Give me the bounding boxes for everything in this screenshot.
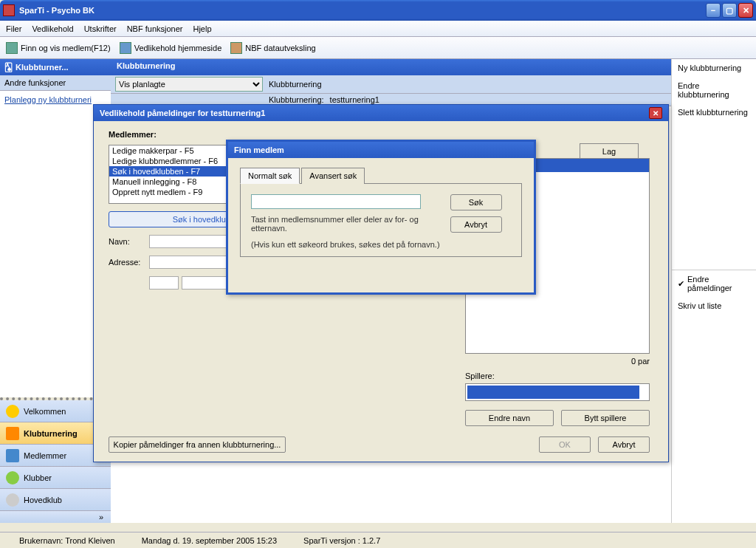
turnering-label: Klubbturnering: xyxy=(269,95,324,104)
nav-hovedklub[interactable]: Hovedklub xyxy=(0,489,111,511)
turnering-value: testturnering1 xyxy=(330,95,379,104)
sidebar-subheader: Andre funksjoner xyxy=(0,75,111,91)
list-item[interactable]: Ledige klubbmedlemmer - F6 xyxy=(109,156,226,166)
action-skriv-ut[interactable]: Skriv ut liste xyxy=(672,297,756,315)
right-panel-lower: ✔Endre påmeldinger Skriv ut liste xyxy=(671,270,756,517)
list-item[interactable]: Manuell innlegging - F8 xyxy=(109,177,226,187)
list-icon xyxy=(6,449,19,462)
center-header: Klubbturnering xyxy=(111,59,671,75)
dialog1-close-button[interactable]: ✕ xyxy=(649,107,662,119)
navn-label: Navn: xyxy=(109,237,149,246)
list-item[interactable]: Ledige makkerpar - F5 xyxy=(109,145,226,156)
bytt-spillere-button[interactable]: Bytt spillere xyxy=(561,410,650,426)
list-item[interactable]: Opprett nytt medlem - F9 xyxy=(109,187,226,197)
check-icon: ✔ xyxy=(678,279,684,289)
maximize-button[interactable]: ▢ xyxy=(722,3,737,18)
menu-vedlikehold[interactable]: Vedlikehold xyxy=(32,24,73,33)
tab-normalt-sok[interactable]: Normalt søk xyxy=(240,168,300,184)
cards-icon xyxy=(6,427,19,440)
list-item[interactable]: Søk i hovedklubben - F7 xyxy=(109,166,226,177)
tab-avansert-sok[interactable]: Avansert søk xyxy=(301,168,365,184)
minimize-button[interactable]: − xyxy=(706,3,721,18)
medlemmer-label: Medlemmer: xyxy=(109,130,653,139)
menubar: Filer Vedlikehold Utskrifter NBF funksjo… xyxy=(0,21,756,37)
action-slett-klubbturnering[interactable]: Slett klubbturnering xyxy=(672,103,756,121)
dialog2-titlebar: Finn medlem xyxy=(228,142,534,158)
toolbar-vedlikehold[interactable]: Vedlikehold hjemmeside xyxy=(120,42,222,54)
menu-hjelp[interactable]: Hjelp xyxy=(193,24,211,33)
nav-klubber[interactable]: Klubber xyxy=(0,467,111,489)
toolbar-finn-medlem[interactable]: Finn og vis medlem(F12) xyxy=(6,42,111,54)
spillere-label: Spillere: xyxy=(465,371,650,380)
close-button[interactable]: ✕ xyxy=(738,3,753,18)
endre-navn-button[interactable]: Endre navn xyxy=(465,410,554,426)
dialog-finn-medlem: Finn medlem Normalt søk Avansert søk Tas… xyxy=(226,140,536,295)
vis-dropdown[interactable]: Vis planlagte xyxy=(115,77,263,92)
window-titlebar: SparTi - Psycho BK − ▢ ✕ xyxy=(0,0,756,21)
spillere-box[interactable] xyxy=(465,383,650,401)
statusbar: Brukernavn: Trond Kleiven Mandag d. 19. … xyxy=(0,532,756,548)
avbryt-button[interactable]: Avbryt xyxy=(598,436,650,453)
search-hint1: Tast inn medlemsnummer eller deler av fo… xyxy=(251,215,421,233)
center-label: Klubbturnering xyxy=(269,80,322,89)
ok-button[interactable]: OK xyxy=(539,436,591,453)
postal-input[interactable] xyxy=(149,276,179,290)
menu-utskrifter[interactable]: Utskrifter xyxy=(84,24,117,33)
dialog1-titlebar: Vedlikehold påmeldinger for testturnerin… xyxy=(94,105,668,121)
sok-button[interactable]: Søk xyxy=(450,194,502,210)
status-user: Brukernavn: Trond Kleiven xyxy=(6,536,128,545)
home-icon xyxy=(6,493,19,507)
app-icon xyxy=(3,4,15,16)
par-count: 0 par xyxy=(465,357,650,366)
menu-nbf[interactable]: NBF funksjoner xyxy=(127,24,183,33)
adresse-label: Adresse: xyxy=(109,258,149,267)
kopier-button[interactable]: Kopier påmeldinger fra annen klubbturner… xyxy=(109,436,286,453)
action-endre-klubbturnering[interactable]: Endre klubbturnering xyxy=(672,77,756,103)
action-ny-klubbturnering[interactable]: Ny klubbturnering xyxy=(672,59,756,77)
people-icon xyxy=(6,471,19,484)
action-endre-pameldinger[interactable]: ✔Endre påmeldinger xyxy=(672,270,756,297)
search-input[interactable] xyxy=(251,194,421,209)
toolbar: Finn og vis medlem(F12) Vedlikehold hjem… xyxy=(0,37,756,59)
cards-icon: 🂡 xyxy=(4,63,13,72)
window-title: SparTi - Psycho BK xyxy=(19,6,706,15)
status-version: SparTi versjon : 1.2.7 xyxy=(290,536,394,545)
nav-expand[interactable]: » xyxy=(0,511,111,523)
search-hint2: (Hvis kun ett søkeord brukes, søkes det … xyxy=(251,240,440,249)
sidebar-header: 🂡Klubbturner... xyxy=(0,59,111,75)
exchange-icon xyxy=(230,42,242,54)
avbryt-button[interactable]: Avbryt xyxy=(450,216,502,233)
person-icon xyxy=(6,42,18,54)
lag-button[interactable]: Lag xyxy=(580,143,639,160)
status-date: Mandag d. 19. september 2005 15:23 xyxy=(128,536,290,545)
smiley-icon xyxy=(6,405,19,418)
medlemmer-listbox[interactable]: Ledige makkerpar - F5 Ledige klubbmedlem… xyxy=(109,145,227,204)
menu-filer[interactable]: Filer xyxy=(6,24,21,33)
toolbar-nbf[interactable]: NBF datautveksling xyxy=(230,42,315,54)
grid-icon xyxy=(120,42,131,54)
